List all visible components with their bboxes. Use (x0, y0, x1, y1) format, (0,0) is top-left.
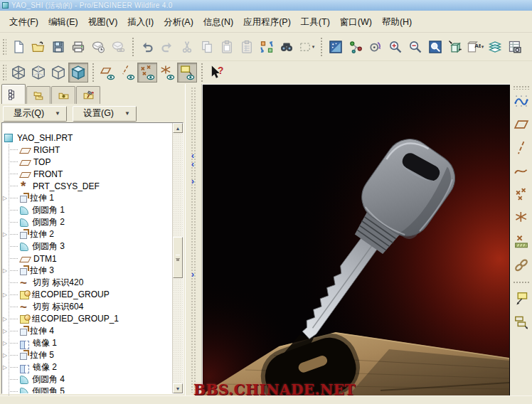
cut-button[interactable] (177, 37, 197, 57)
tab-folder-browser[interactable] (26, 86, 50, 104)
spin-center-button[interactable] (346, 37, 366, 57)
sketch-point-tool-button[interactable] (511, 232, 531, 251)
note-group-tool-button[interactable] (511, 312, 531, 331)
menu-item[interactable]: 应用程序(P) (238, 15, 296, 30)
expand-arrow-icon[interactable]: ▷ (2, 361, 10, 373)
tree-item[interactable]: ▷ RIGHT (2, 144, 171, 156)
expand-arrow-icon[interactable]: ▷ (2, 337, 10, 349)
datum-csys-tool-button[interactable] (511, 208, 531, 228)
scroll-down-button[interactable]: ▼ (173, 383, 183, 393)
tree-item[interactable]: ▷ 倒圆角 5 (2, 386, 171, 393)
no-hidden-button[interactable] (48, 63, 68, 83)
regenerate-button[interactable] (257, 37, 277, 57)
datum-axis-display-button[interactable] (117, 63, 137, 83)
menu-item[interactable]: 帮助(H) (377, 15, 417, 30)
show-dropdown-button[interactable]: 显示(Q)▼ (3, 106, 67, 122)
zoom-in-button[interactable] (385, 37, 405, 57)
menu-item[interactable]: 文件(F) (4, 15, 43, 30)
tree-item[interactable]: ▷ 拉伸 4 (2, 325, 171, 337)
sketch-tool-button[interactable] (511, 91, 531, 110)
expand-arrow-icon[interactable]: ▷ (2, 325, 10, 337)
repaint-shaded-button[interactable] (326, 37, 346, 57)
tree-scrollbar[interactable]: ▲ ▼ (172, 123, 183, 393)
datum-plane-display-button[interactable] (97, 63, 117, 83)
tree-item[interactable]: ▷ 拉伸 5 (2, 349, 171, 361)
select-box-button[interactable]: ▾ (297, 37, 316, 57)
tree-item[interactable]: ▷ 镜像 2 (2, 361, 171, 373)
datum-point-display-button[interactable] (137, 63, 157, 83)
menu-item[interactable]: 视图(V) (83, 15, 123, 30)
menu-item[interactable]: 编辑(E) (43, 15, 83, 30)
datum-point-tool-button[interactable] (511, 185, 531, 204)
new-file-button[interactable] (9, 37, 28, 57)
zoom-out-button[interactable] (405, 37, 425, 57)
tree-item[interactable]: ▷ 倒圆角 2 (2, 216, 171, 228)
tree-item[interactable]: ▷ 切剪 标识604 (2, 301, 171, 313)
scrollbar-thumb[interactable] (173, 237, 183, 278)
tree-item[interactable]: ▷ 倒圆角 4 (2, 373, 171, 386)
toolbar-grip[interactable] (1, 63, 6, 82)
tree-item[interactable]: ▷ FRONT (2, 168, 171, 180)
mail-button[interactable] (88, 37, 108, 57)
collapse-left-icon[interactable]: ‹ (191, 161, 194, 168)
toolbar-grip[interactable] (1, 38, 6, 56)
wireframe-button[interactable] (9, 63, 28, 83)
datum-axis-tool-button[interactable] (511, 138, 531, 157)
datum-csys-display-button[interactable] (157, 63, 177, 83)
expand-arrow-icon[interactable]: ▷ (2, 313, 10, 325)
save-file-button[interactable] (48, 37, 68, 57)
expand-right-icon[interactable]: › (191, 271, 194, 278)
analysis-tool-button[interactable] (511, 255, 531, 275)
expand-arrow-icon[interactable]: ▷ (2, 289, 10, 301)
tab-model-tree[interactable] (1, 84, 26, 104)
3d-viewport[interactable] (202, 84, 510, 395)
annotations-button[interactable]: AB▾ (465, 37, 485, 57)
scroll-up-button[interactable]: ▲ (173, 123, 183, 133)
expand-arrow-icon[interactable]: ▷ (2, 349, 10, 361)
expand-arrow-icon[interactable]: ▷ (2, 192, 10, 204)
tree-item[interactable]: ▷ 倒圆角 3 (2, 240, 171, 253)
tree-item[interactable]: ▷ 拉伸 1 (2, 192, 171, 204)
menu-item[interactable]: 分析(A) (159, 15, 198, 30)
orient-mode-button[interactable] (366, 37, 385, 57)
datum-curve-tool-button[interactable] (511, 161, 531, 181)
expand-arrow-icon[interactable]: ▷ (2, 228, 10, 240)
note-tool-button[interactable] (511, 289, 531, 308)
menu-item[interactable]: 插入(I) (122, 15, 159, 30)
tree-item[interactable]: ▷ 组COPIED_GROUP (2, 289, 171, 301)
dropdown-caret-icon[interactable]: ▾ (482, 44, 484, 50)
tree-item[interactable]: ▷ 倒圆角 1 (2, 204, 171, 216)
saved-views-button[interactable] (445, 37, 465, 57)
find-button[interactable] (277, 37, 297, 57)
refit-button[interactable] (425, 37, 445, 57)
tree-item[interactable]: ▷ PRT_CSYS_DEF (2, 180, 171, 192)
shaded-button[interactable] (68, 63, 88, 83)
navigator-sash[interactable]: ‹ ‹ › › (185, 84, 202, 395)
tree-item[interactable]: ▷ DTM1 (2, 253, 171, 265)
open-file-button[interactable] (28, 37, 48, 57)
paste-special-button[interactable] (237, 37, 257, 57)
menu-item[interactable]: 窗口(W) (335, 15, 377, 30)
menu-item[interactable]: 工具(T) (296, 15, 335, 30)
context-help-button[interactable]: ? (206, 63, 226, 83)
tree-item[interactable]: ▷ TOP (2, 156, 171, 168)
tree-item[interactable]: ▷ 镜像 1 (2, 337, 171, 349)
paste-button[interactable] (217, 37, 237, 57)
mail-link-button[interactable] (108, 37, 128, 57)
tree-item[interactable]: ▷ 拉伸 2 (2, 228, 171, 240)
tree-item[interactable]: ▷ 拉伸 3 (2, 265, 171, 277)
dropdown-caret-icon[interactable]: ▾ (312, 44, 315, 50)
expand-right-icon[interactable]: › (191, 178, 194, 185)
hidden-line-button[interactable] (28, 63, 48, 83)
print-button[interactable] (68, 37, 88, 57)
menu-item[interactable]: 信息(N) (198, 15, 238, 30)
tab-connections[interactable] (76, 86, 100, 104)
tree-item[interactable]: ▷ YAO_SHI.PRT (2, 132, 171, 144)
view-manager-button[interactable] (505, 37, 525, 57)
tree-item[interactable]: ▷ 切剪 标识420 (2, 277, 171, 289)
layers-button[interactable] (485, 37, 505, 57)
tree-item[interactable]: ▷ 组COPIED_GROUP_1 (2, 313, 171, 325)
copy-button[interactable] (197, 37, 217, 57)
datum-plane-tool-button[interactable] (511, 115, 531, 134)
redo-button[interactable] (157, 37, 177, 57)
